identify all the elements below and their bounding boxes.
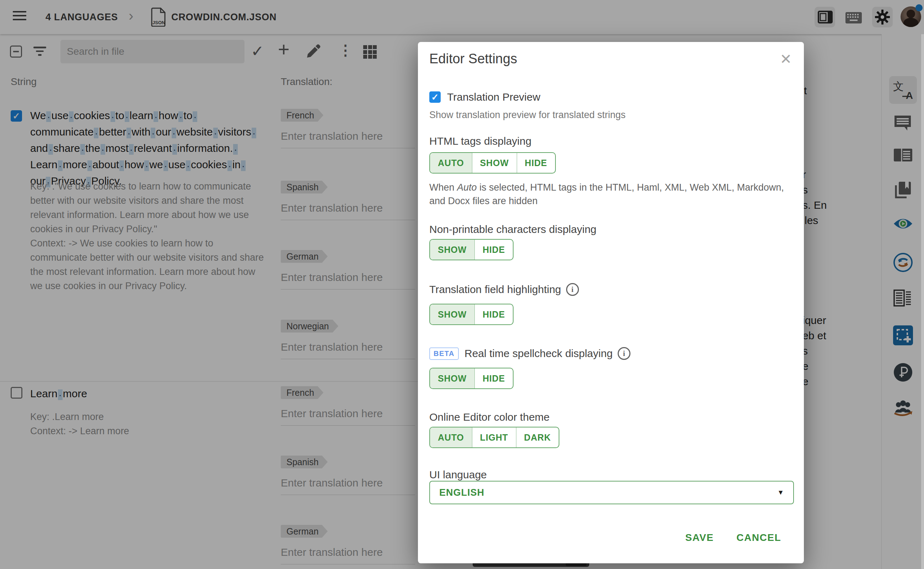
beta-badge: BETA — [429, 347, 459, 360]
modal-title: Editor Settings — [429, 51, 517, 67]
info-icon[interactable]: i — [566, 283, 579, 296]
option-show[interactable]: SHOW — [430, 368, 475, 388]
cancel-button[interactable]: CANCEL — [736, 532, 781, 543]
spellcheck-segmented-control: SHOW HIDE — [429, 368, 514, 389]
ui-language-label: UI language — [429, 469, 487, 481]
setting-label-field-highlighting: Translation field highlighting i — [429, 283, 579, 296]
field-highlighting-segmented-control: SHOW HIDE — [429, 304, 514, 325]
save-button[interactable]: SAVE — [685, 532, 714, 543]
crowdin-editor-screen: 4 LANGUAGES › JSON CROWDIN.COM.JSON — [0, 0, 924, 569]
option-auto[interactable]: AUTO — [430, 153, 472, 173]
option-hide[interactable]: HIDE — [475, 304, 513, 324]
option-hide[interactable]: HIDE — [475, 368, 513, 388]
html-tags-segmented-control: AUTO SHOW HIDE — [429, 152, 556, 173]
option-show[interactable]: SHOW — [472, 153, 517, 173]
editor-settings-modal: Editor Settings ✕ ✓ Translation Preview … — [418, 42, 804, 563]
setting-label-spellcheck: BETA Real time spellcheck displaying i — [429, 347, 630, 360]
html-tags-helper-text: When Auto is selected, HTML tags in the … — [429, 181, 789, 208]
option-dark[interactable]: DARK — [516, 428, 559, 447]
ui-language-value: ENGLISH — [439, 482, 484, 504]
ui-language-select[interactable]: ENGLISH ▼ — [429, 481, 794, 504]
setting-label-html-tags: HTML tags displaying — [429, 135, 531, 147]
translation-preview-description: Show translation preview for translated … — [429, 110, 625, 120]
scrollbar[interactable] — [921, 34, 924, 569]
chevron-down-icon: ▼ — [777, 482, 784, 504]
option-auto[interactable]: AUTO — [430, 428, 472, 447]
option-hide[interactable]: HIDE — [475, 240, 513, 260]
translation-preview-label: Translation Preview — [447, 91, 540, 103]
setting-label-color-theme: Online Editor color theme — [429, 411, 550, 423]
option-hide[interactable]: HIDE — [517, 153, 555, 173]
translation-preview-checkbox[interactable]: ✓ — [429, 91, 441, 103]
info-icon[interactable]: i — [618, 347, 630, 360]
option-light[interactable]: LIGHT — [472, 428, 516, 447]
option-show[interactable]: SHOW — [430, 304, 475, 324]
option-show[interactable]: SHOW — [430, 240, 475, 260]
color-theme-segmented-control: AUTO LIGHT DARK — [429, 427, 559, 448]
setting-label-non-printable: Non-printable characters displaying — [429, 223, 596, 236]
non-printable-segmented-control: SHOW HIDE — [429, 239, 514, 260]
close-icon[interactable]: ✕ — [780, 52, 792, 66]
